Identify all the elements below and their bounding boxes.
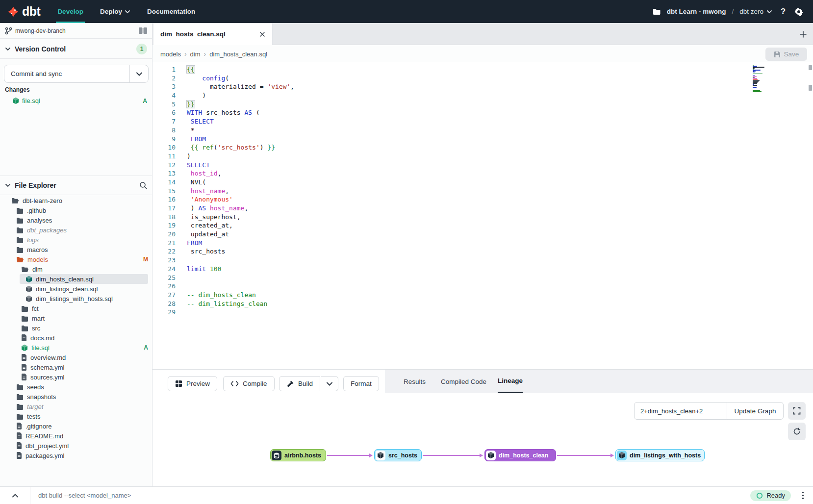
save-button[interactable]: Save [765,48,807,61]
tree-file-dim-listings-with-hosts-sql[interactable]: dim_listings_with_hosts.sql [0,294,152,303]
code-line[interactable]: 7 SELECT [152,117,294,126]
tree-file-readme-md[interactable]: README.md [0,431,152,441]
code-line[interactable]: 14 NVL( [152,178,294,187]
tree-file--gitignore[interactable]: .gitignore [0,421,152,431]
lineage-graph[interactable]: airbnb.hosts src_hosts dim_hosts_clean d… [152,393,813,486]
code-line[interactable]: 25 [152,274,294,282]
kebab-menu-icon[interactable] [802,491,804,500]
preview-button[interactable]: Preview [168,376,217,391]
tree-file-dim-hosts-clean-sql[interactable]: dim_hosts_clean.sql [0,274,152,284]
changed-file-row[interactable]: file.sql A [0,96,152,106]
code-line[interactable]: 2 config( [152,74,294,83]
docs-panels-icon[interactable] [139,27,147,34]
code-line[interactable]: 16 'Anonymous' [152,195,294,204]
version-control-header[interactable]: Version Control 1 [0,39,152,59]
editor-minimap[interactable] [753,65,765,93]
command-input[interactable] [30,487,750,504]
file-icon [16,432,22,439]
lineage-node-src-hosts[interactable]: src_hosts [374,449,422,461]
code-line[interactable]: 11) [152,152,294,161]
panel-tab-lineage[interactable]: Lineage [498,370,523,393]
tree-file-overview-md[interactable]: overview.md [0,353,152,362]
new-tab-button[interactable] [797,28,809,40]
compile-button[interactable]: Compile [223,376,275,391]
tree-file-dim-listings-clean-sql[interactable]: dim_listings_clean.sql [0,284,152,294]
close-icon[interactable] [259,31,265,37]
code-line[interactable]: 13 host_id, [152,169,294,178]
panel-tab-results[interactable]: Results [404,370,426,393]
build-options-dropdown[interactable] [321,376,338,391]
code-line[interactable]: 23 [152,256,294,265]
breadcrumb-item[interactable]: dim [190,50,201,58]
tree-file-file-sql[interactable]: file.sqlA [0,343,152,353]
breadcrumb-item[interactable]: models [160,50,181,58]
gear-icon[interactable] [793,6,804,17]
collapse-panel-button[interactable] [0,487,30,504]
dbt-logo[interactable]: dbt [0,4,49,19]
code-line[interactable]: 19 created_at, [152,221,294,230]
code-line[interactable]: 28-- dim_listings_clean [152,300,294,308]
tree-file-sources-yml[interactable]: sources.yml [0,372,152,382]
code-line[interactable]: 8 * [152,126,294,135]
commit-options-dropdown[interactable] [129,65,148,82]
tree-file-schema-yml[interactable]: schema.yml [0,362,152,372]
tree-folder-src[interactable]: src [0,323,152,333]
panel-tab-compiled-code[interactable]: Compiled Code [441,370,486,393]
breadcrumb-item[interactable]: dim_hosts_clean.sql [209,50,267,58]
editor-scrollbar[interactable] [808,62,813,369]
code-line[interactable]: 10 {{ ref('src_hosts') }} [152,143,294,152]
code-line[interactable]: 6WITH src_hosts AS ( [152,108,294,117]
code-line[interactable]: 21FROM [152,239,294,248]
format-button[interactable]: Format [343,376,379,391]
code-line[interactable]: 4 ) [152,91,294,100]
code-line[interactable]: 18 is_superhost, [152,213,294,222]
code-line[interactable]: 22 src_hosts [152,247,294,256]
tree-folder-tests[interactable]: tests [0,411,152,421]
help-icon[interactable]: ? [778,6,788,17]
tree-folder-snapshots[interactable]: snapshots [0,392,152,402]
code-line[interactable]: 9 FROM [152,135,294,144]
tree-file-dbt-project-yml[interactable]: dbt_project.yml [0,441,152,451]
lineage-node-airbnb-hosts[interactable]: airbnb.hosts [270,449,326,461]
tree-file-docs-md[interactable]: docs.md [0,333,152,343]
tree-folder-logs[interactable]: logs [0,235,152,245]
nav-item-develop[interactable]: Develop [49,0,92,23]
code-line[interactable]: 15 host_name, [152,187,294,196]
build-button[interactable]: Build [279,376,320,391]
lineage-node-dim-hosts-clean[interactable]: dim_hosts_clean [484,449,556,461]
code-line[interactable]: 27-- dim_hosts_clean [152,291,294,300]
tree-folder-analyses[interactable]: analyses [0,215,152,225]
code-line[interactable]: 12SELECT [152,161,294,170]
code-line[interactable]: 17 ) AS host_name, [152,204,294,213]
tree-folder--github[interactable]: .github [0,205,152,215]
tree-folder-models[interactable]: modelsM [0,254,152,264]
lineage-node-dim-listings-with-hosts[interactable]: dim_listings_with_hosts [615,449,705,461]
tree-folder-dbt-learn-zero[interactable]: dbt-learn-zero [0,196,152,205]
tree-file-packages-yml[interactable]: packages.yml [0,451,152,460]
tab-dim-hosts-clean[interactable]: dim_hosts_clean.sql [153,23,273,45]
environment-selector[interactable]: dbt zero [739,6,773,17]
code-line[interactable]: 24limit 100 [152,265,294,274]
tree-folder-dim[interactable]: dim [0,264,152,274]
file-explorer-header[interactable]: File Explorer [0,176,152,195]
code-line[interactable]: 20 updated_at [152,230,294,239]
project-name[interactable]: dbt Learn - mwong [667,8,726,15]
search-icon[interactable] [139,181,147,189]
tree-folder-fct[interactable]: fct [0,303,152,313]
code-line[interactable]: 29 [152,308,294,317]
nav-item-deploy[interactable]: Deploy [92,0,139,23]
commit-and-sync-button[interactable]: Commit and sync [4,65,149,83]
nav-item-documentation[interactable]: Documentation [139,0,203,23]
code-line[interactable]: 1{{ [152,65,294,74]
tree-folder-mart[interactable]: mart [0,313,152,323]
folder-icon [16,413,24,420]
tree-folder-macros[interactable]: macros [0,245,152,254]
code-line[interactable]: 3 materialized = 'view', [152,82,294,91]
tree-folder-dbt-packages[interactable]: dbt_packages [0,225,152,235]
tree-folder-target[interactable]: target [0,402,152,411]
code-line[interactable]: 5}} [152,100,294,109]
line-number: 28 [152,300,176,308]
tree-folder-seeds[interactable]: seeds [0,382,152,392]
code-editor[interactable]: 1{{2 config(3 materialized = 'view',4 )5… [152,62,813,369]
code-line[interactable]: 26 [152,282,294,291]
